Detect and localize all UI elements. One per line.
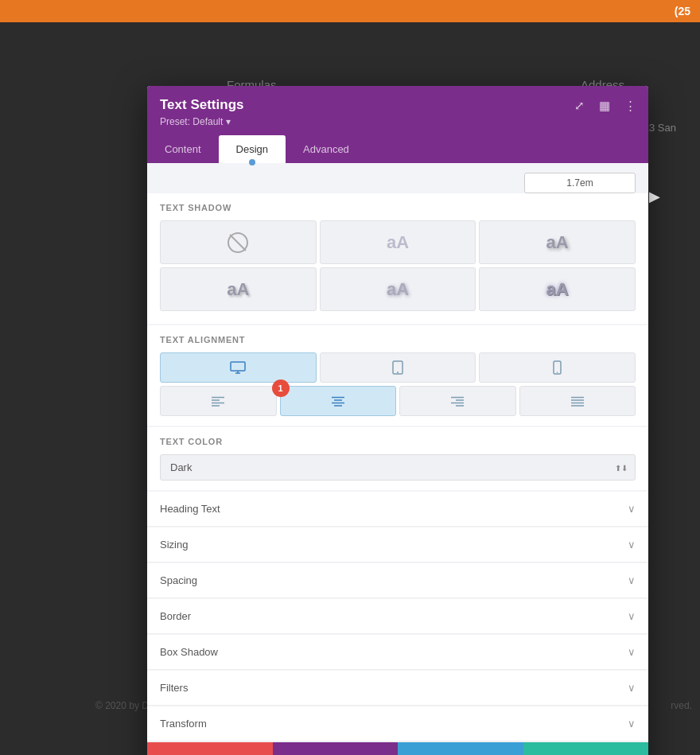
svg-line-1	[230, 235, 246, 251]
shadow-text-inset: aA	[387, 279, 409, 300]
align-justify-btn[interactable]	[519, 386, 636, 416]
tab-design[interactable]: Design	[219, 135, 286, 163]
shadow-text-dark2: aA	[227, 279, 249, 300]
svg-point-8	[557, 372, 558, 373]
columns-icon[interactable]: ▦	[596, 97, 613, 115]
phone-icon	[553, 360, 562, 375]
transform-section[interactable]: Transform ∨	[147, 706, 648, 741]
transform-chevron: ∨	[628, 718, 636, 730]
notification-count: (25	[675, 5, 690, 18]
align-justify-icon	[571, 396, 584, 407]
device-row	[160, 352, 636, 383]
filters-chevron: ∨	[628, 682, 636, 694]
shadow-text-light: aA	[387, 232, 409, 253]
expand-icon[interactable]: ⤢	[570, 97, 588, 115]
spacing-section[interactable]: Spacing ∨	[147, 563, 648, 598]
modal-tabs: Content Design Advanced	[147, 135, 648, 163]
heading-text-chevron: ∨	[628, 503, 636, 515]
shadow-text-outline: aA	[546, 279, 569, 300]
shadow-options-row2: aA aA aA	[160, 267, 636, 311]
box-shadow-label: Box Shadow	[160, 646, 218, 658]
modal-header-icons: ⤢ ▦ ⋮	[570, 97, 639, 115]
text-shadow-label: Text Shadow	[160, 203, 636, 212]
shadow-text-heavy: aA	[546, 232, 569, 253]
align-row: 1	[160, 386, 636, 416]
filters-label: Filters	[160, 682, 188, 694]
tablet-icon	[392, 360, 403, 375]
svg-rect-2	[231, 362, 245, 371]
no-shadow-icon	[227, 232, 249, 254]
tab-advanced[interactable]: Advanced	[286, 135, 367, 163]
device-tablet-btn[interactable]	[320, 352, 476, 383]
sizing-section[interactable]: Sizing ∨	[147, 527, 648, 562]
text-alignment-label: Text Alignment	[160, 335, 636, 344]
modal-title: Text Settings	[160, 97, 636, 113]
youtube-icon: ▶	[649, 188, 660, 205]
align-left-icon	[212, 396, 224, 407]
modal-body: Text Shadow aA aA	[147, 163, 648, 742]
sizing-label: Sizing	[160, 539, 188, 551]
modal-header: Text Settings Preset: Default ▾ ⤢ ▦ ⋮	[147, 86, 648, 135]
redo-button[interactable]: ↻	[398, 742, 523, 755]
tab-indicator	[249, 159, 255, 165]
align-right-icon	[451, 396, 464, 407]
filters-section[interactable]: Filters ∨	[147, 671, 648, 706]
device-phone-btn[interactable]	[479, 352, 636, 383]
device-desktop-btn[interactable]	[160, 352, 317, 383]
align-center-btn[interactable]	[280, 386, 397, 416]
heading-text-section[interactable]: Heading Text ∨	[147, 492, 648, 527]
bg-footer-text: © 2020 by Di	[95, 700, 151, 711]
text-color-section: Text Color Dark Light	[147, 427, 648, 490]
sizing-chevron: ∨	[628, 539, 636, 551]
shadow-options-row1: aA aA	[160, 220, 636, 264]
svg-point-6	[397, 372, 399, 373]
shadow-option-inset[interactable]: aA	[320, 267, 476, 311]
transform-label: Transform	[160, 718, 207, 730]
tab-content[interactable]: Content	[147, 135, 219, 163]
top-input-row	[147, 163, 648, 193]
top-bar: (25	[0, 0, 700, 22]
text-alignment-section: Text Alignment	[147, 325, 648, 426]
font-size-input[interactable]	[524, 173, 636, 193]
border-section[interactable]: Border ∨	[147, 599, 648, 634]
text-shadow-section: Text Shadow aA aA	[147, 193, 648, 324]
modal-preset[interactable]: Preset: Default ▾	[160, 116, 636, 127]
align-center-icon	[332, 396, 344, 407]
shadow-option-heavy[interactable]: aA	[479, 220, 636, 264]
shadow-option-light[interactable]: aA	[320, 220, 476, 264]
align-left-btn[interactable]	[160, 386, 277, 416]
more-icon[interactable]: ⋮	[621, 97, 639, 115]
box-shadow-chevron: ∨	[628, 646, 636, 658]
alignment-badge: 1	[272, 379, 290, 397]
cancel-button[interactable]: ✕	[147, 742, 273, 755]
border-label: Border	[160, 610, 191, 622]
text-color-select[interactable]: Dark Light	[160, 454, 636, 481]
text-color-select-wrapper: Dark Light	[160, 454, 636, 481]
text-color-label: Text Color	[160, 437, 636, 446]
spacing-label: Spacing	[160, 574, 197, 586]
align-right-btn[interactable]	[399, 386, 516, 416]
shadow-option-none[interactable]	[160, 220, 317, 264]
shadow-option-outline[interactable]: aA	[479, 267, 636, 311]
bg-footer-right-text: rved.	[671, 700, 692, 711]
heading-text-label: Heading Text	[160, 503, 220, 515]
box-shadow-section[interactable]: Box Shadow ∨	[147, 635, 648, 670]
bottom-action-bar: ✕ ↺ ↻ ✓	[147, 742, 648, 755]
text-settings-modal: Text Settings Preset: Default ▾ ⤢ ▦ ⋮ Co…	[147, 86, 648, 755]
shadow-option-dark[interactable]: aA	[160, 267, 317, 311]
desktop-icon	[230, 361, 246, 374]
undo-button[interactable]: ↺	[273, 742, 399, 755]
save-button[interactable]: ✓	[523, 742, 649, 755]
border-chevron: ∨	[628, 610, 636, 622]
spacing-chevron: ∨	[628, 574, 636, 586]
